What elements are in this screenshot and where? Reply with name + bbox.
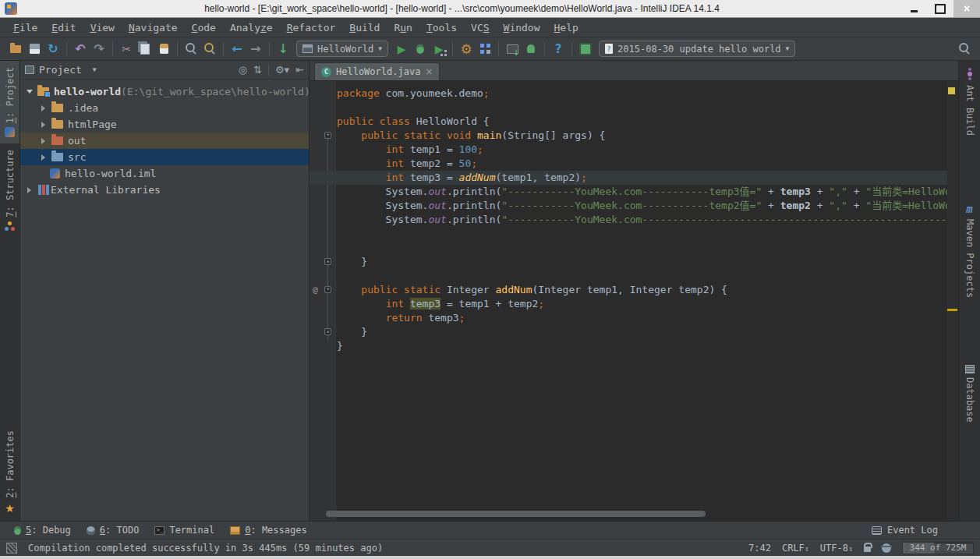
- stripe-tab-2-favorites[interactable]: 2: Favorites★: [0, 424, 19, 521]
- toolwindow-tab-terminal[interactable]: >_Terminal: [148, 523, 221, 537]
- search-everywhere-icon[interactable]: [955, 40, 974, 58]
- code-line-10[interactable]: System.out.println("-----------YouMeek.c…: [337, 213, 947, 227]
- editor-tab-helloworld[interactable]: C HelloWorld.java ×: [314, 62, 440, 80]
- menu-file[interactable]: File: [6, 20, 44, 35]
- settings-icon[interactable]: [457, 40, 476, 58]
- hide-panel-icon[interactable]: ⇤: [295, 64, 304, 76]
- code-line-12[interactable]: [337, 241, 947, 255]
- fold-marker[interactable]: ▴: [324, 258, 331, 265]
- code-line-6[interactable]: int temp2 = 50;: [337, 157, 947, 171]
- code-line-7[interactable]: int temp3 = addNum(temp1, temp2);: [337, 171, 947, 185]
- tree-item-hello-world[interactable]: hello-world (E:\git_work_space\hello-wor…: [20, 83, 309, 100]
- code-line-3[interactable]: public class HelloWorld {: [337, 115, 947, 129]
- menu-build[interactable]: Build: [342, 20, 387, 35]
- redo-icon[interactable]: [90, 40, 108, 58]
- help-icon[interactable]: [549, 40, 568, 58]
- scroll-to-source-icon[interactable]: ◎: [239, 64, 247, 76]
- chevron-down-icon[interactable]: [27, 90, 33, 94]
- lock-icon[interactable]: [864, 547, 871, 552]
- synchronize-icon[interactable]: [44, 40, 62, 58]
- code-line-9[interactable]: System.out.println("-----------YouMeek.c…: [337, 199, 947, 213]
- avd-manager-icon[interactable]: [522, 40, 540, 58]
- code-line-13[interactable]: }: [337, 255, 947, 269]
- menu-run[interactable]: Run: [387, 20, 419, 35]
- cut-icon[interactable]: [117, 40, 136, 58]
- chevron-right-icon[interactable]: [41, 122, 45, 128]
- menu-vcs[interactable]: VCS: [464, 20, 496, 35]
- vcs-commit-message-select[interactable]: ? 2015-08-30 update hello world ▼: [599, 41, 795, 57]
- menu-code[interactable]: Code: [185, 20, 223, 35]
- toolwindow-tab-0-messages[interactable]: 0: Messages: [224, 523, 313, 537]
- code-line-5[interactable]: int temp1 = 100;: [337, 143, 947, 157]
- sdk-manager-icon[interactable]: [503, 40, 522, 58]
- minimize-button[interactable]: [900, 0, 927, 17]
- event-log-button[interactable]: Event Log: [872, 525, 938, 536]
- tree-item-src[interactable]: src: [20, 149, 309, 165]
- caret-position[interactable]: 7:42: [748, 543, 771, 554]
- code-line-14[interactable]: [337, 269, 947, 283]
- fold-marker[interactable]: ▾: [324, 132, 331, 139]
- fold-marker[interactable]: ▾: [324, 286, 331, 293]
- copy-icon[interactable]: [136, 40, 154, 58]
- line-ending-selector[interactable]: CRLF↕: [782, 543, 809, 554]
- code-line-17[interactable]: return temp3;: [337, 311, 947, 325]
- code-line-18[interactable]: }: [337, 325, 947, 339]
- menu-edit[interactable]: Edit: [44, 20, 83, 35]
- horizontal-scrollbar[interactable]: [326, 511, 706, 517]
- stripe-tab-database[interactable]: Database: [959, 359, 980, 429]
- save-icon[interactable]: [25, 40, 44, 58]
- tree-item-hello-world-iml[interactable]: hello-world.iml: [20, 165, 309, 182]
- vertical-scrollbar[interactable]: [947, 81, 958, 521]
- tree-item-out[interactable]: out: [20, 133, 309, 149]
- stripe-tab-1-project[interactable]: 1: Project: [0, 61, 19, 143]
- code-line-8[interactable]: System.out.println("-----------YouMeek.c…: [337, 185, 947, 199]
- collapse-all-icon[interactable]: ⇅: [253, 64, 262, 76]
- toolwindow-tab-5-debug[interactable]: 5: Debug: [8, 523, 77, 537]
- menu-navigate[interactable]: Navigate: [122, 20, 185, 35]
- find-icon[interactable]: [182, 40, 200, 58]
- chevron-right-icon[interactable]: [27, 187, 31, 193]
- stripe-tab-ant-build[interactable]: Ant Build: [959, 61, 980, 142]
- run-configuration-select[interactable]: HelloWorld ▼: [296, 41, 388, 57]
- toolwindow-toggle-icon[interactable]: [6, 543, 17, 554]
- code-line-15[interactable]: public static Integer addNum(Integer tem…: [337, 283, 947, 297]
- run-icon[interactable]: [392, 40, 411, 58]
- stripe-tab-7-structure[interactable]: 7: Structure: [0, 143, 19, 238]
- menu-help[interactable]: Help: [547, 20, 586, 35]
- open-icon[interactable]: [6, 40, 25, 58]
- device-monitor-icon[interactable]: [576, 40, 595, 58]
- annotation-gutter-icon[interactable]: @: [313, 283, 318, 297]
- tree-item-external-libraries[interactable]: External Libraries: [20, 182, 309, 198]
- gear-icon[interactable]: ⚙▾: [275, 64, 289, 76]
- close-button[interactable]: ×: [953, 0, 980, 17]
- menu-analyze[interactable]: Analyze: [223, 20, 280, 35]
- menu-tools[interactable]: Tools: [419, 20, 464, 35]
- maximize-button[interactable]: [927, 0, 953, 17]
- code-line-2[interactable]: [337, 101, 947, 115]
- forward-icon[interactable]: [246, 40, 265, 58]
- project-view-selector[interactable]: Project ▼: [25, 64, 97, 76]
- hector-inspector-icon[interactable]: [882, 543, 891, 553]
- tree-item-idea[interactable]: .idea: [20, 100, 309, 116]
- project-structure-icon[interactable]: [476, 40, 494, 58]
- run-with-coverage-icon[interactable]: [430, 40, 448, 58]
- menu-view[interactable]: View: [83, 20, 122, 35]
- toolwindow-tab-6-todo[interactable]: 6: TODO: [80, 523, 146, 537]
- paste-icon[interactable]: [154, 40, 173, 58]
- undo-icon[interactable]: [71, 40, 90, 58]
- memory-indicator[interactable]: 344 of 725M: [902, 542, 974, 554]
- encoding-selector[interactable]: UTF-8↕: [820, 543, 853, 554]
- vcs-update-icon[interactable]: [274, 40, 292, 58]
- menu-window[interactable]: Window: [497, 20, 547, 35]
- back-icon[interactable]: [228, 40, 246, 58]
- debug-icon[interactable]: [411, 40, 430, 58]
- code-line-16[interactable]: int temp3 = temp1 + temp2;: [337, 297, 947, 311]
- chevron-right-icon[interactable]: [41, 154, 45, 161]
- chevron-right-icon[interactable]: [41, 138, 45, 144]
- code-editor[interactable]: ▾▴▾@▴ package com.youmeek.demo;public cl…: [310, 81, 958, 521]
- menu-refactor[interactable]: Refactor: [280, 20, 343, 35]
- tree-item-htmlpage[interactable]: htmlPage: [20, 116, 309, 133]
- fold-marker[interactable]: ▴: [324, 328, 331, 335]
- code-line-1[interactable]: package com.youmeek.demo;: [337, 87, 947, 101]
- code-line-19[interactable]: }: [337, 339, 947, 353]
